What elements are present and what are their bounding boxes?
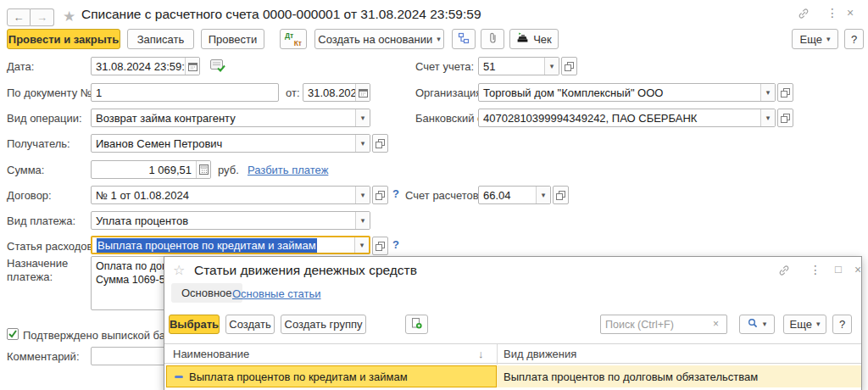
cell-movement-kind[interactable]: Выплата процентов по долговым обязательс… bbox=[497, 365, 861, 387]
post-and-close-label: Провести и закрыть bbox=[8, 33, 119, 46]
operation-kind-select[interactable]: Возврат займа контрагенту ▾ bbox=[91, 109, 370, 127]
bank-account-open-icon[interactable] bbox=[777, 109, 793, 127]
new-document-plus-icon bbox=[411, 318, 422, 332]
accounting-account-combo[interactable]: 51 ▾ bbox=[478, 57, 559, 75]
caret-down-icon[interactable]: ▾ bbox=[544, 58, 559, 75]
receipt-label: Чек bbox=[533, 33, 552, 46]
post-and-close-button[interactable]: Провести и закрыть bbox=[7, 29, 120, 49]
create-based-on-button[interactable]: Создать на основании▾ bbox=[314, 29, 444, 49]
paperclip-icon bbox=[487, 32, 498, 47]
payment-kind-label: Вид платежа: bbox=[7, 214, 75, 227]
caret-down-icon[interactable]: ▾ bbox=[760, 109, 775, 126]
caret-down-icon: ▾ bbox=[437, 36, 441, 43]
save-button[interactable]: Записать bbox=[127, 29, 194, 49]
related-documents-button[interactable] bbox=[452, 29, 476, 49]
caret-down-icon[interactable]: ▾ bbox=[355, 212, 370, 229]
caret-down-icon[interactable]: ▾ bbox=[355, 187, 370, 203]
search-clear-icon[interactable]: × bbox=[713, 319, 719, 329]
calendar-icon[interactable] bbox=[355, 84, 370, 101]
caret-down-icon[interactable]: ▾ bbox=[536, 187, 550, 203]
amount-input[interactable]: 1 069,51 bbox=[91, 160, 211, 179]
window-title: Списание с расчетного счета 0000-000001 … bbox=[81, 7, 481, 22]
receipt-button[interactable]: Чек bbox=[509, 29, 559, 49]
column-movement-kind[interactable]: Вид движения bbox=[504, 348, 576, 360]
column-name[interactable]: Наименование bbox=[173, 348, 249, 360]
create-button[interactable]: Создать bbox=[225, 315, 275, 334]
payment-kind-select[interactable]: Уплата процентов ▾ bbox=[91, 211, 370, 230]
caret-down-icon: ▾ bbox=[816, 320, 821, 328]
settlement-account-label: Счет расчетов: bbox=[405, 189, 481, 202]
expense-item-label: Статья расходов: bbox=[7, 240, 96, 253]
payee-open-icon[interactable] bbox=[372, 134, 388, 153]
contract-open-icon[interactable] bbox=[372, 186, 388, 204]
window-close-icon[interactable]: × bbox=[847, 7, 854, 19]
get-link-icon[interactable] bbox=[798, 8, 810, 21]
cell-name-text: Выплата процентов по кредитам и займам bbox=[189, 370, 408, 383]
caret-down-icon[interactable]: ▾ bbox=[355, 109, 370, 126]
popup-close-icon[interactable]: × bbox=[854, 264, 861, 276]
column-divider bbox=[497, 344, 498, 365]
comment-label: Комментарий: bbox=[7, 350, 80, 363]
tab-main-items-link[interactable]: Основные статьи bbox=[232, 287, 321, 300]
calculator-icon[interactable] bbox=[196, 161, 210, 178]
forward-icon[interactable]: → bbox=[31, 8, 54, 26]
favorite-star-icon[interactable]: ☆ bbox=[173, 264, 185, 277]
item-bullet-icon bbox=[175, 376, 183, 378]
date-input[interactable]: 31.08.2024 23:59:59 bbox=[91, 57, 200, 75]
window-menu-icon[interactable]: ⋮ bbox=[826, 7, 838, 19]
settlement-account-open-icon[interactable] bbox=[553, 186, 569, 204]
post-button[interactable]: Провести bbox=[201, 29, 264, 49]
search-input[interactable] bbox=[600, 315, 727, 334]
caret-down-icon[interactable]: ▾ bbox=[760, 84, 775, 101]
copy-item-button[interactable] bbox=[405, 315, 428, 334]
expense-item-help-icon[interactable]: ? bbox=[392, 238, 399, 251]
popup-help-label: ? bbox=[839, 318, 845, 331]
main-more-button[interactable]: Еще▾ bbox=[792, 29, 838, 49]
contract-label: Договор: bbox=[7, 189, 52, 202]
split-payment-link[interactable]: Разбить платеж bbox=[248, 164, 328, 176]
create-group-button[interactable]: Создать группу bbox=[281, 315, 366, 334]
favorite-star-icon[interactable]: ★ bbox=[63, 9, 75, 24]
settlement-account-combo[interactable]: 66.04 ▾ bbox=[478, 186, 551, 204]
popup-get-link-icon[interactable] bbox=[778, 265, 790, 278]
cell-name[interactable]: Выплата процентов по кредитам и займам bbox=[166, 365, 497, 387]
doc-no-input[interactable]: 1 bbox=[91, 83, 279, 102]
sort-descending-icon[interactable]: ↓ bbox=[478, 348, 484, 360]
screen: ← → ★ Списание с расчетного счета 0000-0… bbox=[0, 0, 868, 390]
bank-account-value: 40702810399994349242, ПАО СБЕРБАНК bbox=[483, 112, 697, 125]
caret-down-icon[interactable]: ▾ bbox=[355, 135, 370, 152]
back-icon[interactable]: ← bbox=[7, 8, 31, 26]
table-header[interactable]: Наименование ↓ Вид движения bbox=[164, 343, 861, 364]
contract-help-icon[interactable]: ? bbox=[392, 187, 399, 200]
confirmed-checkbox[interactable] bbox=[7, 328, 19, 340]
bank-account-combo[interactable]: 40702810399994349242, ПАО СБЕРБАНК ▾ bbox=[478, 109, 776, 127]
expense-item-combo[interactable]: Выплата процентов по кредитам и займам ▾ bbox=[91, 236, 370, 254]
main-help-button[interactable]: ? bbox=[844, 29, 864, 49]
popup-menu-icon[interactable]: ⋮ bbox=[810, 264, 821, 276]
attachments-button[interactable] bbox=[481, 29, 504, 49]
doc-from-date-input[interactable]: 31.08.2024 bbox=[303, 83, 370, 102]
contract-combo[interactable]: № 1 от 01.08.2024 ▾ bbox=[91, 186, 370, 204]
expense-item-open-icon[interactable] bbox=[372, 237, 388, 255]
caret-down-icon: ▾ bbox=[763, 320, 767, 328]
calendar-icon[interactable] bbox=[185, 58, 199, 75]
expense-item-value: Выплата процентов по кредитам и займам bbox=[97, 238, 317, 253]
date-label: Дата: bbox=[7, 60, 34, 73]
caret-down-icon[interactable]: ▾ bbox=[354, 237, 369, 253]
select-button[interactable]: Выбрать bbox=[169, 315, 220, 334]
amount-value: 1 069,51 bbox=[148, 164, 192, 176]
dt-kt-button[interactable]: Дт Кт bbox=[280, 29, 307, 49]
popup-help-button[interactable]: ? bbox=[832, 315, 852, 334]
contract-value: № 1 от 01.08.2024 bbox=[96, 189, 189, 202]
popup-more-button[interactable]: Еще▾ bbox=[783, 315, 826, 334]
organization-combo[interactable]: Торговый дом "Комплексный" ООО ▾ bbox=[478, 83, 776, 102]
popup-maximize-icon[interactable]: □ bbox=[835, 264, 842, 275]
select-label: Выбрать bbox=[170, 318, 219, 331]
operation-kind-value: Возврат займа контрагенту bbox=[96, 112, 236, 125]
accounting-account-open-icon[interactable] bbox=[561, 57, 577, 75]
payee-combo[interactable]: Иванов Семен Петрович ▾ bbox=[91, 134, 370, 153]
create-label: Создать bbox=[229, 318, 270, 331]
search-options-button[interactable]: ▾ bbox=[739, 315, 775, 334]
accounting-account-value: 51 bbox=[483, 60, 495, 73]
organization-open-icon[interactable] bbox=[777, 83, 793, 102]
